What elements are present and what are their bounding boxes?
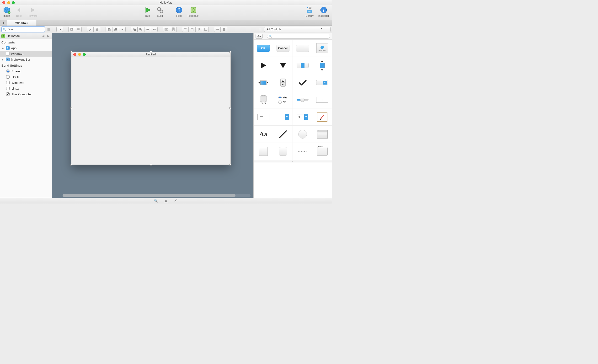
tab-window1[interactable]: Window1 <box>7 20 36 25</box>
search-status-icon[interactable]: 🔍 <box>154 199 158 203</box>
back-button[interactable]: Back <box>14 6 24 17</box>
tree-item-app[interactable]: ▶ A App <box>0 45 52 51</box>
scroll-thumb[interactable] <box>63 194 235 197</box>
align-bottom-button[interactable] <box>202 27 209 32</box>
insert-button[interactable]: + Insert <box>2 6 11 17</box>
resize-handle[interactable] <box>70 164 72 165</box>
align-right-button[interactable] <box>189 27 195 32</box>
build-shared[interactable]: Shared <box>0 68 52 74</box>
control-bevel-button[interactable]: Icon & Label <box>312 40 332 57</box>
control-stepper[interactable]: ▲▼ <box>312 57 332 74</box>
control-line[interactable] <box>273 126 293 143</box>
design-window[interactable]: Untitled <box>71 52 231 165</box>
group4-button[interactable] <box>151 27 158 32</box>
disclosure-icon[interactable]: ▶ <box>2 58 4 61</box>
align-top-button[interactable] <box>195 27 202 32</box>
control-disclosure-right[interactable] <box>254 57 273 74</box>
run-button[interactable]: Run <box>143 6 152 17</box>
run-label: Run <box>145 14 150 17</box>
space-horiz-button[interactable] <box>214 27 221 32</box>
fill-height-button[interactable] <box>170 27 177 32</box>
svg-point-8 <box>160 10 163 13</box>
inspector-button[interactable]: i Inspector <box>317 6 330 17</box>
control-disclosure-down[interactable] <box>273 57 293 74</box>
resize-handle[interactable] <box>150 51 152 53</box>
build-linux[interactable]: Linux <box>0 85 52 91</box>
disclosure-icon[interactable]: ▶ <box>2 47 4 50</box>
resize-handle[interactable] <box>230 164 232 165</box>
control-listbox[interactable]: xo* <box>312 126 332 143</box>
rss-status-icon[interactable] <box>174 199 178 203</box>
control-updown[interactable]: ▲▼ <box>273 74 293 91</box>
tree-item-mainmenubar[interactable]: ▶ ≡ MainMenuBar <box>0 57 52 62</box>
help-button[interactable]: ? Help <box>174 6 184 17</box>
align-left-button[interactable] <box>182 27 189 32</box>
build-osx[interactable]: OS X <box>0 74 52 80</box>
resize-handle[interactable] <box>70 51 72 53</box>
space-vert-button[interactable] <box>221 27 227 32</box>
resize-handle[interactable] <box>230 107 232 109</box>
add-control-button[interactable]: +▾ <box>56 27 63 32</box>
lock-button[interactable] <box>94 27 100 32</box>
order-backward-button[interactable]: ⌐ <box>119 27 126 32</box>
feedback-button[interactable]: Feedback <box>187 6 200 17</box>
control-cancel-button[interactable]: Cancel <box>273 40 293 57</box>
control-popup[interactable]: ▼ <box>312 74 332 91</box>
resize-handle[interactable] <box>150 164 152 165</box>
control-checkbox[interactable] <box>293 74 312 91</box>
canvas-scrollbar[interactable] <box>63 194 250 197</box>
filter-input[interactable] <box>1 27 45 32</box>
library-search-input[interactable] <box>267 34 330 39</box>
group3-button[interactable] <box>144 27 151 32</box>
view-mode-list-button[interactable] <box>75 27 82 32</box>
pane-handle-right-icon[interactable]: ||| <box>258 28 262 31</box>
control-slider[interactable] <box>293 91 312 108</box>
control-segmented[interactable] <box>293 57 312 74</box>
add-tab-button[interactable]: + <box>0 20 7 25</box>
library-splitter[interactable]: ≡ <box>254 160 332 162</box>
build-windows[interactable]: Windows <box>0 80 52 85</box>
order-front-button[interactable] <box>106 27 112 32</box>
control-generic-button[interactable] <box>293 40 312 57</box>
nav-forward-button[interactable]: ▶ <box>47 34 50 38</box>
layout-canvas[interactable]: Untitled <box>52 33 254 198</box>
nav-back-button[interactable]: ◀ <box>41 34 45 38</box>
control-canvas[interactable] <box>312 108 332 126</box>
library-options-button[interactable]: ⚙▾ <box>256 34 263 39</box>
pane-handle-icon[interactable]: ||| <box>47 28 51 31</box>
control-label-large[interactable]: Aa <box>254 126 273 143</box>
line-icon <box>278 129 288 139</box>
forward-button[interactable]: Forward <box>27 6 38 17</box>
library-filter-dropdown[interactable]: All Controls ⌃⌄ <box>264 27 331 32</box>
group1-button[interactable] <box>131 27 138 32</box>
warning-status-icon[interactable]: ! <box>164 199 168 203</box>
control-radio[interactable]: YesNo <box>273 91 293 108</box>
build-button[interactable]: Build <box>155 6 165 17</box>
control-roundrect[interactable] <box>273 143 293 160</box>
control-oval[interactable] <box>293 126 312 143</box>
control-password[interactable]: I••• <box>254 108 273 126</box>
tree-item-window1[interactable]: Window1 <box>0 51 52 57</box>
order-forward-button[interactable] <box>112 27 119 32</box>
fill-width-button[interactable] <box>163 27 170 32</box>
control-numberfield[interactable]: 1▼ <box>293 108 312 126</box>
resize-handle[interactable] <box>70 107 72 109</box>
control-rectangle[interactable] <box>254 143 273 160</box>
control-default-button[interactable]: OK <box>254 40 273 57</box>
control-combobox[interactable]: I▼ <box>273 108 293 126</box>
view-mode-layout-button[interactable] <box>68 27 75 32</box>
edit-button[interactable] <box>87 27 94 32</box>
svg-rect-63 <box>223 30 225 31</box>
control-groupbox[interactable]: Label <box>312 143 332 160</box>
control-separator[interactable]: •••••• <box>293 143 312 160</box>
control-textfield[interactable]: I <box>312 91 332 108</box>
resize-handle[interactable] <box>230 51 232 53</box>
control-scrollbar[interactable]: ◀▶ <box>254 74 273 91</box>
navigator-filter[interactable]: 🔍 <box>1 27 45 32</box>
library-button[interactable]: ✔OK Library <box>305 6 315 17</box>
control-database[interactable]: ◀▶ <box>254 91 273 108</box>
play-down-icon <box>279 61 287 70</box>
svg-rect-31 <box>134 29 136 31</box>
group2-button[interactable] <box>138 27 144 32</box>
build-this-computer[interactable]: ✔This Computer <box>0 91 52 97</box>
